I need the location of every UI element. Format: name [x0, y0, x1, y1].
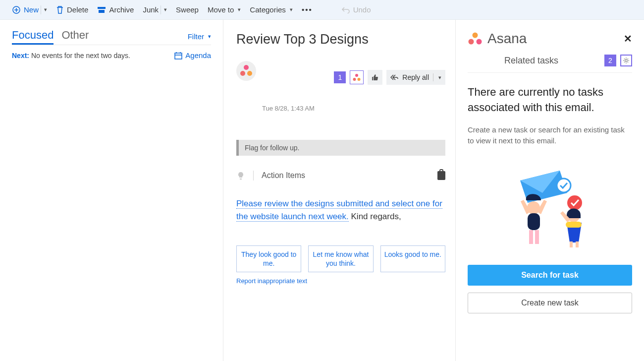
sweep-label: Sweep: [176, 5, 199, 14]
calendar-icon: [174, 52, 182, 60]
svg-point-4: [244, 65, 249, 70]
new-label: New: [24, 5, 39, 14]
delete-button[interactable]: Delete: [56, 5, 88, 14]
body-text-rest: Kind regards,: [349, 212, 401, 221]
junk-label: Junk: [143, 5, 159, 14]
svg-point-11: [469, 39, 474, 45]
svg-point-17: [567, 195, 582, 210]
asana-logo-icon: [239, 64, 253, 77]
svg-rect-20: [529, 230, 533, 244]
next-label: Next:: [12, 52, 29, 60]
svg-point-10: [473, 33, 478, 38]
reply-all-icon: [390, 74, 398, 80]
empty-illustration: [500, 166, 599, 250]
flag-banner: Flag for follow up.: [236, 140, 445, 156]
callout-badge-1: 1: [334, 71, 346, 83]
delete-label: Delete: [67, 5, 88, 14]
asana-panel: Asana ✕ Related tasks 2 There are curren…: [456, 20, 644, 361]
filter-button[interactable]: Filter ▾: [188, 32, 211, 45]
message-actions: 1 Reply all: [334, 70, 445, 85]
message-header: 1 Reply all: [236, 61, 445, 81]
archive-button[interactable]: Archive: [97, 5, 134, 14]
thumbs-up-icon: [371, 74, 379, 81]
agenda-button[interactable]: Agenda: [174, 51, 211, 60]
tab-other[interactable]: Other: [61, 29, 89, 45]
filter-label: Filter: [188, 32, 204, 41]
callout-badge-2: 2: [604, 55, 616, 66]
create-new-task-button[interactable]: Create new task: [468, 293, 632, 313]
agenda-label: Agenda: [185, 51, 211, 60]
main-area: Focused Other Filter ▾ Next: No events f…: [0, 20, 644, 361]
reply-all-button[interactable]: Reply all ▾: [386, 70, 445, 85]
shopping-bag-icon[interactable]: [437, 171, 445, 180]
undo-icon: [341, 6, 350, 13]
body-link-text[interactable]: Please review the designs submitted and …: [236, 199, 442, 222]
archive-icon: [97, 6, 106, 13]
junk-button[interactable]: Junk ▾: [143, 5, 167, 14]
report-text-link[interactable]: Report inappropriate text: [236, 277, 445, 285]
svg-point-6: [247, 71, 252, 76]
svg-rect-21: [535, 230, 539, 244]
chevron-down-icon: ▾: [208, 33, 211, 40]
undo-label: Undo: [353, 5, 371, 14]
move-to-button[interactable]: Move to ▾: [208, 5, 241, 14]
svg-rect-24: [570, 241, 573, 247]
categories-label: Categories: [250, 5, 286, 14]
next-text: No events for the next two days.: [31, 52, 130, 60]
chevron-down-icon[interactable]: ▾: [44, 6, 47, 13]
suggested-reply-3[interactable]: Looks good to me.: [380, 245, 445, 272]
message-subject: Review Top 3 Designs: [236, 32, 445, 47]
sender-avatar: [236, 61, 256, 81]
svg-point-5: [240, 71, 245, 76]
svg-point-16: [557, 179, 571, 192]
asana-brand-name: Asana: [487, 31, 527, 47]
tab-focused[interactable]: Focused: [12, 29, 54, 45]
svg-rect-19: [528, 213, 540, 230]
asana-empty-subtext: Create a new task or search for an exist…: [468, 124, 632, 147]
chevron-down-icon: ▾: [290, 6, 293, 13]
message-list-pane: Focused Other Filter ▾ Next: No events f…: [0, 20, 223, 361]
bulb-icon: [236, 171, 245, 180]
sweep-button[interactable]: Sweep: [176, 5, 199, 14]
chevron-down-icon: ▾: [238, 6, 241, 13]
action-items-row: Action Items: [236, 171, 445, 180]
suggested-reply-1[interactable]: They look good to me.: [236, 245, 301, 272]
svg-rect-2: [99, 10, 105, 13]
svg-rect-1: [98, 7, 106, 9]
flag-text: Flag for follow up.: [245, 144, 300, 152]
suggested-reply-2[interactable]: Let me know what you think.: [308, 245, 373, 272]
asana-addin-button[interactable]: [350, 70, 364, 84]
search-for-task-button[interactable]: Search for task: [468, 265, 632, 286]
svg-rect-25: [576, 241, 579, 247]
svg-rect-3: [175, 53, 182, 59]
archive-label: Archive: [109, 5, 134, 14]
chevron-down-icon[interactable]: ▾: [438, 74, 441, 81]
move-to-label: Move to: [208, 5, 234, 14]
asana-logo-icon: [468, 32, 483, 46]
like-button[interactable]: [368, 70, 382, 85]
close-button[interactable]: ✕: [624, 33, 632, 45]
categories-button[interactable]: Categories ▾: [250, 5, 293, 14]
svg-point-12: [477, 39, 482, 45]
suggested-replies: They look good to me. Let me know what y…: [236, 245, 445, 272]
more-button[interactable]: •••: [302, 5, 313, 14]
command-bar: New ▾ Delete Archive Junk ▾ Sweep Move t…: [0, 0, 644, 20]
svg-point-13: [625, 60, 627, 61]
message-datetime: Tue 8/28, 1:43 AM: [262, 105, 445, 112]
settings-button[interactable]: [620, 55, 632, 66]
action-items-label: Action Items: [262, 171, 305, 180]
svg-point-8: [353, 78, 356, 81]
asana-empty-heading: There are currently no tasks associated …: [468, 85, 632, 116]
svg-point-7: [355, 74, 358, 77]
reading-pane: Review Top 3 Designs 1: [223, 20, 456, 361]
message-body: Please review the designs submitted and …: [236, 197, 445, 223]
undo-button[interactable]: Undo: [341, 5, 371, 14]
svg-rect-23: [566, 222, 582, 228]
chevron-down-icon[interactable]: ▾: [164, 6, 167, 13]
new-button[interactable]: New ▾: [12, 5, 47, 14]
related-tasks-label: Related tasks: [468, 56, 558, 66]
asana-brand: Asana: [468, 31, 527, 47]
reply-all-label: Reply all: [402, 73, 429, 81]
svg-point-9: [358, 78, 361, 81]
gear-icon: [623, 57, 630, 64]
